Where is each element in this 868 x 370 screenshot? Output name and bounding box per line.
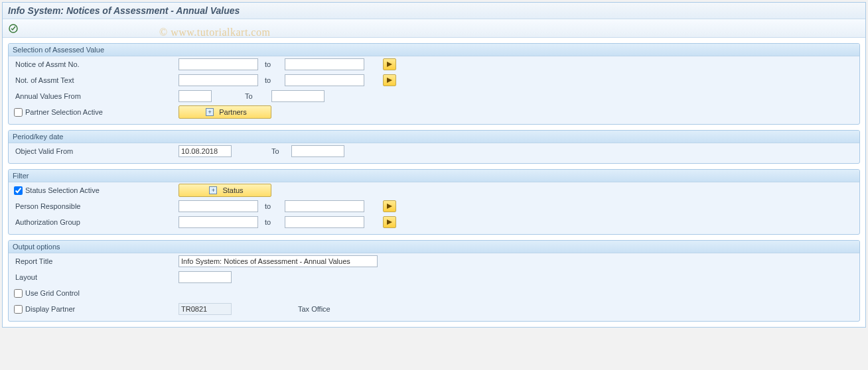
auth-to-input[interactable] bbox=[285, 216, 364, 228]
display-partner-check-wrap[interactable]: Display Partner bbox=[13, 305, 179, 314]
status-button-label: Status bbox=[222, 186, 243, 194]
label-valid-from: Object Valid From bbox=[13, 147, 179, 155]
row-display-partner: Display Partner Tax Office bbox=[9, 301, 859, 317]
use-grid-label: Use Grid Control bbox=[25, 289, 80, 297]
main-window: Info System: Notices of Assessment - Ann… bbox=[2, 2, 866, 328]
execute-icon[interactable] bbox=[8, 23, 19, 34]
status-selection-checkbox[interactable] bbox=[14, 186, 23, 195]
report-title-input[interactable] bbox=[179, 255, 378, 267]
row-assmt-no: Notice of Assmt No. to bbox=[9, 56, 859, 72]
partner-code-field bbox=[179, 303, 232, 315]
label-auth-group: Authorization Group bbox=[13, 218, 179, 226]
label-report-title: Report Title bbox=[13, 257, 179, 265]
row-person-responsible: Person Responsible to bbox=[9, 198, 859, 214]
label-person-responsible: Person Responsible bbox=[13, 202, 179, 210]
group-selection-title: Selection of Assessed Value bbox=[9, 44, 859, 56]
label-assmt-text: Not. of Assmt Text bbox=[13, 76, 179, 84]
partners-button-label: Partners bbox=[219, 108, 247, 116]
annual-to-input[interactable] bbox=[271, 90, 325, 102]
page-title: Info System: Notices of Assessment - Ann… bbox=[3, 3, 865, 19]
to-label-annual: To bbox=[212, 92, 271, 100]
partner-desc: Tax Office bbox=[298, 305, 330, 313]
person-from-input[interactable] bbox=[179, 200, 258, 212]
to-label: to bbox=[258, 218, 285, 226]
assmt-no-multi-button[interactable] bbox=[383, 58, 396, 70]
partner-selection-checkbox[interactable] bbox=[14, 108, 23, 117]
auth-from-input[interactable] bbox=[179, 216, 258, 228]
status-selection-check-wrap[interactable]: Status Selection Active bbox=[13, 186, 179, 195]
group-period: Period/key date Object Valid From To bbox=[8, 130, 860, 164]
group-output: Output options Report Title Layout Use G… bbox=[8, 240, 860, 322]
row-status-selection: Status Selection Active + Status bbox=[9, 182, 859, 198]
assmt-text-to-input[interactable] bbox=[285, 74, 364, 86]
display-partner-label: Display Partner bbox=[25, 305, 75, 313]
person-to-input[interactable] bbox=[285, 200, 364, 212]
auth-multi-button[interactable] bbox=[383, 216, 396, 228]
to-label: to bbox=[258, 202, 285, 210]
assmt-no-to-input[interactable] bbox=[285, 58, 364, 70]
row-layout: Layout bbox=[9, 269, 859, 285]
row-partner-selection: Partner Selection Active + Partners bbox=[9, 104, 859, 120]
valid-from-input[interactable] bbox=[179, 145, 232, 157]
use-grid-check-wrap[interactable]: Use Grid Control bbox=[13, 289, 179, 298]
row-valid-from: Object Valid From To bbox=[9, 143, 859, 159]
group-filter: Filter Status Selection Active + Status … bbox=[8, 169, 860, 235]
display-partner-checkbox[interactable] bbox=[14, 305, 23, 314]
row-assmt-text: Not. of Assmt Text to bbox=[9, 72, 859, 88]
status-selection-label: Status Selection Active bbox=[25, 186, 100, 194]
label-annual-values: Annual Values From bbox=[13, 92, 179, 100]
status-button[interactable]: + Status bbox=[179, 184, 271, 197]
plus-icon: + bbox=[209, 186, 217, 194]
valid-to-input[interactable] bbox=[291, 145, 344, 157]
person-multi-button[interactable] bbox=[383, 200, 396, 212]
label-layout: Layout bbox=[13, 273, 179, 281]
group-filter-title: Filter bbox=[9, 170, 859, 182]
label-assmt-no: Notice of Assmt No. bbox=[13, 60, 179, 68]
group-period-title: Period/key date bbox=[9, 131, 859, 143]
use-grid-checkbox[interactable] bbox=[14, 289, 23, 298]
to-label: to bbox=[258, 60, 285, 68]
assmt-text-multi-button[interactable] bbox=[383, 74, 396, 86]
assmt-text-from-input[interactable] bbox=[179, 74, 258, 86]
partners-button[interactable]: + Partners bbox=[179, 105, 271, 119]
row-auth-group: Authorization Group to bbox=[9, 214, 859, 230]
row-report-title: Report Title bbox=[9, 253, 859, 269]
row-annual-values: Annual Values From To bbox=[9, 88, 859, 104]
annual-from-input[interactable] bbox=[179, 90, 212, 102]
to-label: to bbox=[258, 76, 285, 84]
toolbar bbox=[3, 19, 865, 38]
plus-icon: + bbox=[206, 108, 214, 116]
row-use-grid: Use Grid Control bbox=[9, 285, 859, 301]
assmt-no-from-input[interactable] bbox=[179, 58, 258, 70]
group-output-title: Output options bbox=[9, 241, 859, 253]
group-selection: Selection of Assessed Value Notice of As… bbox=[8, 43, 860, 125]
partner-selection-check-wrap[interactable]: Partner Selection Active bbox=[13, 108, 179, 117]
to-label-period: To bbox=[271, 147, 291, 155]
partner-selection-label: Partner Selection Active bbox=[25, 108, 103, 116]
layout-input[interactable] bbox=[179, 271, 232, 283]
